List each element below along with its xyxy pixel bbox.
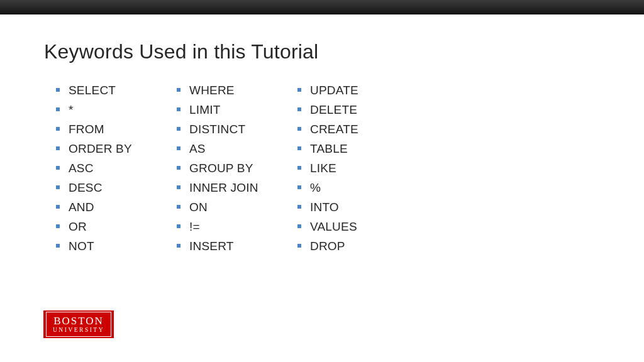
list-item: NOT — [53, 236, 159, 256]
list-item: TABLE — [295, 139, 401, 158]
list-item: LIMIT — [174, 100, 280, 119]
list-item: DESC — [53, 178, 159, 197]
logo-text-line1: BOSTON — [53, 315, 104, 326]
keyword-list-3: UPDATE DELETE CREATE TABLE LIKE % INTO V… — [295, 80, 401, 256]
keyword-columns: SELECT * FROM ORDER BY ASC DESC AND OR N… — [53, 80, 401, 256]
list-item: VALUES — [295, 217, 401, 236]
list-item: ORDER BY — [53, 139, 159, 158]
list-item: SELECT — [53, 80, 159, 100]
list-item: AS — [174, 139, 280, 158]
column-3: UPDATE DELETE CREATE TABLE LIKE % INTO V… — [295, 80, 401, 256]
list-item: GROUP BY — [174, 158, 280, 178]
keyword-list-1: SELECT * FROM ORDER BY ASC DESC AND OR N… — [53, 80, 159, 256]
list-item: CREATE — [295, 119, 401, 139]
logo-text-line2: UNIVERSITY — [53, 327, 104, 334]
column-1: SELECT * FROM ORDER BY ASC DESC AND OR N… — [53, 80, 159, 256]
list-item: != — [174, 217, 280, 236]
list-item: ON — [174, 197, 280, 217]
list-item: OR — [53, 217, 159, 236]
list-item: LIKE — [295, 158, 401, 178]
slide-body: Keywords Used in this Tutorial SELECT * … — [0, 14, 644, 362]
slide-title: Keywords Used in this Tutorial — [44, 40, 318, 63]
list-item: INTO — [295, 197, 401, 217]
list-item: INNER JOIN — [174, 178, 280, 197]
list-item: AND — [53, 197, 159, 217]
keyword-list-2: WHERE LIMIT DISTINCT AS GROUP BY INNER J… — [174, 80, 280, 256]
list-item: DISTINCT — [174, 119, 280, 139]
list-item: DELETE — [295, 100, 401, 119]
logo-frame: BOSTON UNIVERSITY — [46, 312, 111, 337]
list-item: UPDATE — [295, 80, 401, 100]
list-item: DROP — [295, 236, 401, 256]
list-item: INSERT — [174, 236, 280, 256]
list-item: FROM — [53, 119, 159, 139]
boston-university-logo: BOSTON UNIVERSITY — [43, 310, 114, 338]
list-item: % — [295, 178, 401, 197]
list-item: WHERE — [174, 80, 280, 100]
list-item: ASC — [53, 158, 159, 178]
window-top-bar — [0, 0, 644, 14]
column-2: WHERE LIMIT DISTINCT AS GROUP BY INNER J… — [174, 80, 280, 256]
list-item: * — [53, 100, 159, 119]
